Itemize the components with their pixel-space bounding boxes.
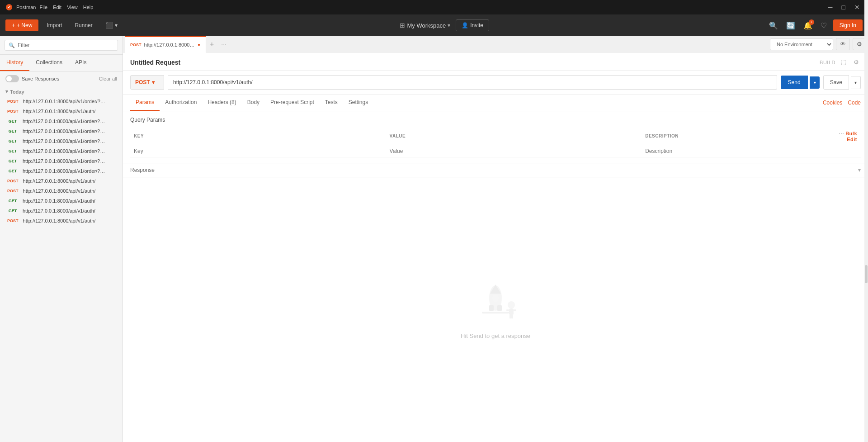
svg-rect-6 — [482, 312, 509, 314]
clear-all-button[interactable]: Clear all — [99, 76, 117, 81]
signin-button[interactable]: Sign In — [833, 19, 863, 31]
tab-method-badge: POST — [130, 43, 142, 47]
key-input[interactable] — [134, 148, 382, 154]
screen-toggle-button[interactable]: ⬛ ▾ — [101, 19, 122, 32]
environment-controls: No Environment 👁 ⚙ — [770, 38, 866, 50]
runner-button[interactable]: Runner — [70, 19, 97, 31]
menu-edit[interactable]: Edit — [53, 5, 61, 10]
svg-rect-4 — [497, 305, 502, 311]
svg-rect-3 — [489, 305, 494, 311]
tab-close-icon[interactable]: ● — [198, 42, 200, 47]
method-badge: POST — [5, 178, 20, 184]
undock-button[interactable]: ⬚ — [839, 57, 848, 67]
list-item[interactable]: GET http://127.0.0.1:8000/api/v1/order/?… — [0, 116, 123, 126]
tab-apis[interactable]: APIs — [69, 55, 93, 71]
tab-collections[interactable]: Collections — [29, 55, 69, 71]
add-tab-button[interactable]: + — [206, 40, 217, 48]
method-badge: GET — [5, 158, 20, 164]
notifications-button[interactable]: 🔔 1 — [802, 19, 814, 32]
tab-settings[interactable]: Settings — [343, 95, 373, 111]
tab-body[interactable]: Body — [242, 95, 265, 111]
sidebar: 🔍 History Collections APIs Save Response… — [0, 36, 123, 442]
value-column-header: VALUE — [386, 127, 642, 145]
main-layout: 🔍 History Collections APIs Save Response… — [0, 36, 868, 442]
minimize-button[interactable]: ─ — [826, 3, 835, 12]
list-item[interactable]: GET http://127.0.0.1:8000/api/v1/order/?… — [0, 166, 123, 176]
tab-params[interactable]: Params — [130, 95, 160, 111]
tab-authorization[interactable]: Authorization — [160, 95, 202, 111]
save-responses-row: Save Responses Clear all — [0, 71, 123, 86]
method-badge: POST — [5, 109, 20, 114]
method-select[interactable]: POST ▾ — [130, 75, 164, 90]
method-badge: GET — [5, 208, 20, 214]
bulk-edit-link[interactable]: Bulk Edit — [845, 131, 857, 142]
import-button[interactable]: Import — [42, 19, 66, 31]
svg-rect-11 — [509, 315, 511, 318]
method-badge: GET — [5, 128, 20, 134]
list-item[interactable]: POST http://127.0.0.1:8000/api/v1/auth/ — [0, 216, 123, 226]
list-item[interactable]: GET http://127.0.0.1:8000/api/v1/order/?… — [0, 156, 123, 166]
response-hint: Hit Send to get a response — [461, 333, 530, 339]
table-row — [130, 145, 861, 157]
tab-headers[interactable]: Headers (8) — [202, 95, 241, 111]
screen-icon: ⬛ — [105, 22, 113, 29]
history-url: http://127.0.0.1:8000/api/v1/order/?toke… — [23, 138, 106, 144]
rocket-illustration-icon — [468, 280, 523, 325]
list-item[interactable]: POST http://127.0.0.1:8000/api/v1/auth/ — [0, 176, 123, 186]
sidebar-tabs: History Collections APIs — [0, 55, 123, 71]
table-options-button[interactable]: ··· — [839, 129, 844, 137]
menu-view[interactable]: View — [67, 5, 78, 10]
environment-select[interactable]: No Environment — [770, 38, 833, 50]
method-chevron-icon: ▾ — [152, 79, 155, 86]
tab-history[interactable]: History — [0, 55, 29, 71]
list-item[interactable]: GET http://127.0.0.1:8000/api/v1/auth/ — [0, 206, 123, 216]
description-input[interactable] — [645, 148, 821, 154]
method-badge: GET — [5, 148, 20, 154]
list-item[interactable]: GET http://127.0.0.1:8000/api/v1/order/?… — [0, 146, 123, 156]
save-responses-toggle[interactable] — [5, 75, 19, 82]
cookies-link[interactable]: Cookies — [823, 100, 842, 106]
history-list: ▾ Today POST http://127.0.0.1:8000/api/v… — [0, 86, 123, 442]
request-settings-button[interactable]: ⚙ — [852, 57, 861, 67]
send-dropdown-button[interactable]: ▾ — [810, 76, 820, 89]
menu-help[interactable]: Help — [83, 5, 94, 10]
history-url: http://127.0.0.1:8000/api/v1/order/?toke… — [23, 148, 106, 154]
workspace-selector[interactable]: ⊞ My Workspace ▾ 👤 Invite — [400, 19, 489, 31]
environment-view-button[interactable]: 👁 — [836, 38, 850, 50]
list-item[interactable]: POST http://127.0.0.1:8000/api/v1/auth/ — [0, 186, 123, 196]
url-input[interactable] — [168, 75, 777, 90]
sync-button[interactable]: 🔄 — [784, 19, 797, 32]
new-button[interactable]: + + New — [5, 19, 38, 31]
scrollbar[interactable] — [864, 0, 868, 442]
code-link[interactable]: Code — [848, 100, 861, 106]
plus-icon: + — [12, 22, 15, 29]
save-dropdown-button[interactable]: ▾ — [851, 76, 861, 89]
chevron-down-icon: ▾ — [115, 22, 118, 29]
menu-file[interactable]: File — [39, 5, 47, 10]
list-item[interactable]: GET http://127.0.0.1:8000/api/v1/order/?… — [0, 126, 123, 136]
response-title: Response — [130, 167, 155, 173]
list-item[interactable]: GET http://127.0.0.1:8000/api/v1/order/?… — [0, 136, 123, 146]
save-button[interactable]: Save — [823, 75, 849, 90]
search-button[interactable]: 🔍 — [767, 19, 780, 32]
expand-response-button[interactable]: ▾ — [858, 167, 861, 173]
list-item[interactable]: GET http://127.0.0.1:8000/api/v1/auth/ — [0, 196, 123, 206]
params-section: Query Params KEY VALUE DESCRIPTION ··· B… — [123, 111, 868, 163]
maximize-button[interactable]: □ — [839, 3, 848, 12]
active-request-tab[interactable]: POST http://127.0.0.1:8000/api/v1/a... ● — [125, 36, 206, 52]
more-tabs-button[interactable]: ··· — [217, 41, 230, 48]
send-button[interactable]: Send — [781, 76, 808, 89]
tab-tests[interactable]: Tests — [320, 95, 343, 111]
close-button[interactable]: ✕ — [852, 3, 863, 12]
url-bar: POST ▾ Send ▾ Save ▾ — [123, 71, 868, 95]
favorites-button[interactable]: ♡ — [819, 19, 829, 32]
invite-button[interactable]: 👤 Invite — [456, 19, 489, 31]
value-input[interactable] — [390, 148, 638, 154]
history-url: http://127.0.0.1:8000/api/v1/order/?toke… — [23, 128, 106, 134]
scrollbar-thumb[interactable] — [865, 265, 868, 283]
filter-input[interactable] — [18, 42, 114, 48]
tab-pre-request-script[interactable]: Pre-request Script — [265, 95, 320, 111]
params-table: KEY VALUE DESCRIPTION ··· Bulk Edit — [130, 127, 861, 157]
list-item[interactable]: POST http://127.0.0.1:8000/api/v1/order/… — [0, 96, 123, 106]
list-item[interactable]: POST http://127.0.0.1:8000/api/v1/auth/ — [0, 106, 123, 116]
